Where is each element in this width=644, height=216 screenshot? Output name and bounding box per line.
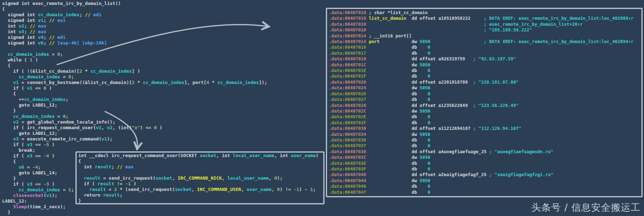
data-segment-window: .data:00407010 ; char *list_cc_domain .d… — [326, 8, 643, 197]
function-popup-window: int __cdecl irc_request_command_user(SOC… — [75, 151, 324, 204]
popup-pseudocode-view[interactable]: int __cdecl irc_request_command_user(SOC… — [78, 153, 323, 204]
data-segment-view[interactable]: .data:00407010 ; char *list_cc_domain .d… — [329, 10, 642, 195]
ida-workspace: { "watermark": "头条号 / 信息安全搬运工", "colors"… — [0, 0, 644, 216]
watermark: 头条号 / 信息安全搬运工 — [531, 201, 640, 214]
